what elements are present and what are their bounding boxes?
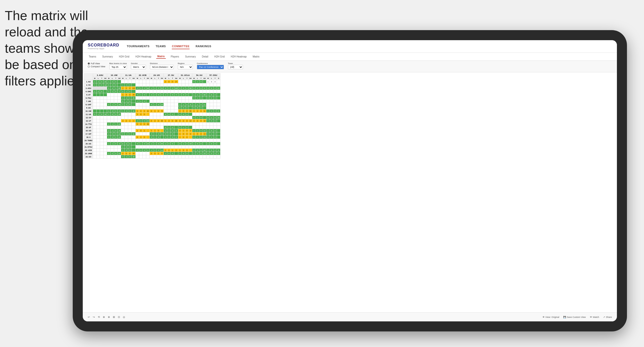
matrix-cell xyxy=(153,80,157,83)
matrix-cell: 0 xyxy=(192,87,196,90)
matrix-cell: 2 xyxy=(136,87,139,90)
max-teams-select[interactable]: Top 25 xyxy=(109,65,127,69)
team-select[interactable]: (All) xyxy=(228,65,243,69)
conference-select[interactable]: Pac-12 Conference xyxy=(197,65,224,69)
subnav-summary2[interactable]: Summary xyxy=(184,55,197,59)
matrix-cell xyxy=(178,83,182,87)
nav-teams[interactable]: TEAMS xyxy=(155,44,166,49)
matrix-cell: 0 xyxy=(192,136,196,139)
region-select[interactable]: N/A xyxy=(178,65,193,69)
subnav-matrix2[interactable]: Matrix xyxy=(252,55,261,59)
matrix-cell: 0 xyxy=(111,136,114,139)
matrix-cell xyxy=(118,106,121,109)
matrix-cell xyxy=(189,149,192,152)
grid-btn[interactable]: ⊡ xyxy=(118,316,120,318)
matrix-cell xyxy=(128,116,132,119)
matrix-cell xyxy=(203,83,206,87)
matrix-cell: 2 xyxy=(153,93,157,96)
matrix-cell: 1 xyxy=(107,142,111,145)
matrix-cell xyxy=(136,116,139,119)
matrix-cell: 0 xyxy=(185,106,189,109)
matrix-cell: 0 xyxy=(143,109,146,113)
subnav-players[interactable]: Players xyxy=(170,55,180,59)
matrix-cell xyxy=(182,83,185,87)
settings-btn[interactable]: ◎ xyxy=(123,316,125,318)
subnav-matrix[interactable]: Matrix xyxy=(156,54,166,59)
matrix-cell: 14 xyxy=(118,103,121,106)
compact-view-radio[interactable]: Compact View xyxy=(88,65,105,68)
watch-btn[interactable]: 👁 Watch xyxy=(590,316,599,318)
fit-btn[interactable]: ⊞ xyxy=(113,316,115,318)
col-header-ua: 11. UA xyxy=(121,74,136,77)
matrix-cell xyxy=(100,129,104,132)
matrix-cell xyxy=(128,80,132,83)
matrix-cell xyxy=(132,80,136,83)
matrix-cell: 1 xyxy=(196,129,199,132)
subnav-h2hheatmap2[interactable]: H2H Heatmap xyxy=(230,55,248,59)
matrix-cell xyxy=(97,129,100,132)
matrix-cell: 1 xyxy=(206,142,210,145)
matrix-cell xyxy=(104,136,107,139)
matrix-cell xyxy=(160,123,164,126)
division-select[interactable]: NCAA Division I xyxy=(150,65,174,69)
matrix-cell xyxy=(143,132,146,136)
matrix-cell: 160 xyxy=(174,87,178,90)
matrix-cell: 0 xyxy=(199,132,203,136)
matrix-cell: 2 xyxy=(192,119,196,123)
zoom-out-btn[interactable]: ⊗ xyxy=(108,316,110,318)
share-btn[interactable]: ↗ Share xyxy=(603,316,612,318)
matrix-cell xyxy=(104,126,107,129)
gender-select[interactable]: Men's xyxy=(131,65,146,69)
subnav-detail[interactable]: Detail xyxy=(201,55,209,59)
undo-btn[interactable]: ↩ xyxy=(88,316,90,318)
matrix-cell xyxy=(174,126,178,129)
nav-tournaments[interactable]: TOURNAMENTS xyxy=(127,44,150,49)
subnav-h2hgrid1[interactable]: H2H Grid xyxy=(118,55,130,59)
matrix-cell xyxy=(157,106,160,109)
matrix-cell xyxy=(100,100,104,103)
matrix-cell: 1 xyxy=(136,149,139,152)
zoom-in-btn[interactable]: ⊕ xyxy=(103,316,105,318)
matrix-cell xyxy=(97,155,100,158)
subnav-h2hheatmap1[interactable]: H2H Heatmap xyxy=(134,55,152,59)
matrix-cell xyxy=(167,145,171,149)
matrix-cell: 3 xyxy=(125,149,128,152)
matrix-cell: 0 xyxy=(182,87,185,90)
subnav-h2hgrid2[interactable]: H2H Grid xyxy=(213,55,226,59)
save-custom-btn[interactable]: 💾 Save Custom View xyxy=(563,316,586,318)
top-navigation: SCOREBOARD Powered by clippd TOURNAMENTS… xyxy=(83,40,617,53)
matrix-cell: 0 xyxy=(153,87,157,90)
matrix-cell: 0 xyxy=(125,145,128,149)
matrix-cell: 1 xyxy=(217,152,220,155)
gender-label: Gender xyxy=(131,62,146,65)
matrix-cell xyxy=(114,145,118,149)
matrix-cell: 1 xyxy=(196,96,199,100)
matrix-cell xyxy=(189,83,192,87)
view-original-btn[interactable]: 👁 View: Original xyxy=(542,316,559,318)
matrix-cell: 0 xyxy=(128,142,132,145)
subnav-summary1[interactable]: Summary xyxy=(101,55,114,59)
matrix-cell xyxy=(182,90,185,93)
matrix-cell xyxy=(157,155,160,158)
matrix-cell xyxy=(217,139,220,142)
refresh-btn[interactable]: ⟲ xyxy=(98,316,100,318)
full-view-radio[interactable]: Full View xyxy=(88,62,105,65)
subnav-teams[interactable]: Teams xyxy=(88,55,97,59)
row-team-name: 24. UO xyxy=(84,155,93,158)
redo-btn[interactable]: ↪ xyxy=(93,316,95,318)
matrix-cell xyxy=(174,106,178,109)
matrix-content[interactable]: 3. ASU 10. UW 11. UA 22. UCB 24. UO 27. … xyxy=(83,72,617,312)
matrix-cell: 1 xyxy=(150,149,153,152)
matrix-cell: 0 xyxy=(213,119,217,123)
matrix-cell: 0 xyxy=(150,119,153,123)
matrix-cell: 0 xyxy=(157,109,160,113)
row-team-name: 4. UNC xyxy=(84,90,93,93)
matrix-cell: 1 xyxy=(196,152,199,155)
row-team-name: 23. UNM xyxy=(84,152,93,155)
matrix-cell xyxy=(136,139,139,142)
nav-rankings[interactable]: RANKINGS xyxy=(196,44,211,49)
matrix-cell: 5 xyxy=(182,109,185,113)
matrix-cell: 15 xyxy=(118,113,121,116)
matrix-cell xyxy=(100,116,104,119)
nav-committee[interactable]: COMMITTEE xyxy=(172,44,190,49)
